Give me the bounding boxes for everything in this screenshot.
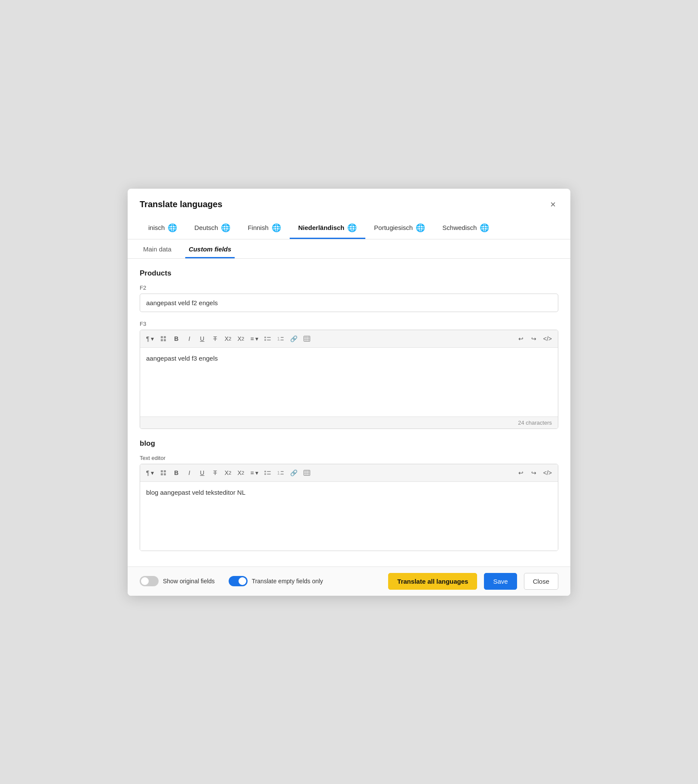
lang-tab-schwedisch-label: Schwedisch xyxy=(442,224,477,231)
rte-blog-link-btn[interactable]: 🔗 xyxy=(288,467,300,479)
rte-grid-btn[interactable] xyxy=(157,333,169,345)
rte-blog-align-btn[interactable]: ≡ ▾ xyxy=(248,467,261,479)
rte-f3-content[interactable]: aangepast veld f3 engels xyxy=(140,348,558,416)
modal-body: Products F2 F3 ¶ ▾ B I U T X2 X2 xyxy=(128,259,570,567)
rte-strikethrough-btn[interactable]: T xyxy=(209,333,221,345)
svg-rect-3 xyxy=(164,339,166,341)
tab-main-data[interactable]: Main data xyxy=(140,239,175,258)
svg-rect-26 xyxy=(281,474,284,475)
svg-rect-23 xyxy=(267,474,271,475)
rte-blog-toolbar: ¶ ▾ B I U T X2 X2 ≡ ▾ xyxy=(140,464,558,482)
field-f3-label: F3 xyxy=(140,321,558,327)
show-original-slider xyxy=(140,576,159,586)
translate-languages-modal: Translate languages × inisch 🌐 Deutsch 🌐… xyxy=(128,189,570,596)
modal-header: Translate languages × xyxy=(128,189,570,217)
close-button[interactable]: Close xyxy=(524,573,558,590)
lang-tab-nederlands-label: Niederländisch xyxy=(298,224,345,231)
svg-rect-21 xyxy=(267,471,271,472)
tab-custom-fields[interactable]: Custom fields xyxy=(185,239,235,258)
rte-f3: ¶ ▾ B I U T X2 X2 ≡ ▾ 1. xyxy=(140,330,558,429)
section-blog: blog Text editor ¶ ▾ B I U T X2 xyxy=(140,439,558,551)
svg-text:1.: 1. xyxy=(277,337,281,341)
lang-tab-deutsch[interactable]: Deutsch 🌐 xyxy=(186,217,239,239)
rte-f3-toolbar-right: ↩ ↪ </> xyxy=(515,333,554,345)
modal-footer: Show original fields Translate empty fie… xyxy=(128,567,570,596)
show-original-label: Show original fields xyxy=(163,578,215,585)
section-products-title: Products xyxy=(140,269,558,278)
language-tabs: inisch 🌐 Deutsch 🌐 Finnish 🌐 Niederländi… xyxy=(128,217,570,239)
rte-blog-paragraph-btn[interactable]: ¶ ▾ xyxy=(144,467,156,479)
field-f2-input[interactable] xyxy=(140,294,558,312)
svg-rect-18 xyxy=(161,473,163,475)
rte-italic-btn[interactable]: I xyxy=(183,333,195,345)
save-button[interactable]: Save xyxy=(484,573,517,590)
rte-redo-btn[interactable]: ↪ xyxy=(528,333,540,345)
rte-blog-code-btn[interactable]: </> xyxy=(541,467,554,479)
rte-blog-superscript-btn[interactable]: X2 xyxy=(222,467,234,479)
lang-tab-spanish[interactable]: inisch 🌐 xyxy=(140,217,186,239)
rte-subscript-btn[interactable]: X2 xyxy=(235,333,247,345)
rte-align-btn[interactable]: ≡ ▾ xyxy=(248,333,261,345)
svg-rect-27 xyxy=(304,470,310,475)
field-group-f3: F3 ¶ ▾ B I U T X2 X2 ≡ ▾ xyxy=(140,321,558,429)
translate-empty-label: Translate empty fields only xyxy=(252,578,323,585)
rte-f3-toolbar: ¶ ▾ B I U T X2 X2 ≡ ▾ 1. xyxy=(140,330,558,348)
svg-rect-0 xyxy=(161,336,163,338)
globe-icon-spanish: 🌐 xyxy=(168,223,177,233)
tab-main-data-label: Main data xyxy=(143,245,171,253)
lang-tab-finnish[interactable]: Finnish 🌐 xyxy=(239,217,289,239)
rte-list-unordered-btn[interactable] xyxy=(262,333,274,345)
rte-list-ordered-btn[interactable]: 1. xyxy=(275,333,287,345)
rte-blog-bold-btn[interactable]: B xyxy=(170,467,182,479)
svg-text:1.: 1. xyxy=(277,471,281,475)
svg-point-6 xyxy=(264,339,266,341)
svg-point-4 xyxy=(264,337,266,338)
rte-blog-strikethrough-btn[interactable]: T xyxy=(209,467,221,479)
rte-bold-btn[interactable]: B xyxy=(170,333,182,345)
rte-underline-btn[interactable]: U xyxy=(196,333,208,345)
translate-empty-toggle[interactable] xyxy=(229,576,248,586)
field-f2-label: F2 xyxy=(140,285,558,291)
svg-rect-17 xyxy=(164,470,166,472)
lang-tab-deutsch-label: Deutsch xyxy=(194,224,218,231)
modal-title: Translate languages xyxy=(140,199,222,209)
rte-link-btn[interactable]: 🔗 xyxy=(288,333,300,345)
section-blog-title: blog xyxy=(140,439,558,448)
rte-superscript-btn[interactable]: X2 xyxy=(222,333,234,345)
rte-blog-content[interactable]: blog aangepast veld teksteditor NL xyxy=(140,482,558,551)
lang-tab-portugiesisch[interactable]: Portugiesisch 🌐 xyxy=(365,217,434,239)
lang-tab-nederlands[interactable]: Niederländisch 🌐 xyxy=(290,217,366,239)
rte-blog-list-unordered-btn[interactable] xyxy=(262,467,274,479)
sub-tabs: Main data Custom fields xyxy=(128,239,570,259)
rte-f3-text: aangepast veld f3 engels xyxy=(146,355,218,362)
rte-table-btn[interactable] xyxy=(301,333,313,345)
translate-all-button[interactable]: Translate all languages xyxy=(388,573,477,590)
show-original-toggle-group: Show original fields xyxy=(140,576,215,586)
rte-blog-underline-btn[interactable]: U xyxy=(196,467,208,479)
lang-tab-spanish-label: inisch xyxy=(148,224,165,231)
translate-empty-toggle-group: Translate empty fields only xyxy=(229,576,323,586)
rte-blog-redo-btn[interactable]: ↪ xyxy=(528,467,540,479)
rte-code-btn[interactable]: </> xyxy=(541,333,554,345)
lang-tab-schwedisch[interactable]: Schwedisch 🌐 xyxy=(434,217,498,239)
globe-icon-schwedisch: 🌐 xyxy=(480,223,489,233)
svg-point-20 xyxy=(264,471,266,472)
rte-blog-subscript-btn[interactable]: X2 xyxy=(235,467,247,479)
close-icon-button[interactable]: × xyxy=(548,199,558,210)
field-group-text-editor: Text editor ¶ ▾ B I U T X2 X2 ≡ ▾ xyxy=(140,455,558,551)
rte-blog-list-ordered-btn[interactable]: 1. xyxy=(275,467,287,479)
rte-blog-table-btn[interactable] xyxy=(301,467,313,479)
rte-blog-undo-btn[interactable]: ↩ xyxy=(515,467,527,479)
rte-paragraph-btn[interactable]: ¶ ▾ xyxy=(144,333,156,345)
svg-rect-10 xyxy=(281,340,284,340)
show-original-toggle[interactable] xyxy=(140,576,159,586)
rte-blog-text: blog aangepast veld teksteditor NL xyxy=(146,489,245,496)
svg-rect-7 xyxy=(267,340,271,340)
rte-blog-italic-btn[interactable]: I xyxy=(183,467,195,479)
rte-blog-grid-btn[interactable] xyxy=(157,467,169,479)
svg-rect-2 xyxy=(161,339,163,341)
footer-left: Show original fields Translate empty fie… xyxy=(140,576,381,586)
svg-rect-25 xyxy=(281,471,284,472)
rte-undo-btn[interactable]: ↩ xyxy=(515,333,527,345)
rte-f3-footer: 24 characters xyxy=(140,416,558,429)
